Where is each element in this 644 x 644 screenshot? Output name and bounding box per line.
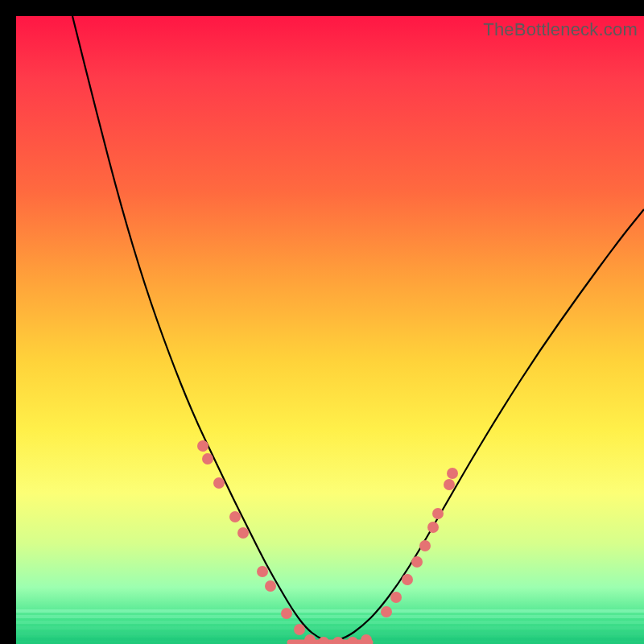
data-dot — [444, 479, 455, 490]
data-dot — [390, 592, 402, 603]
data-dot — [402, 574, 413, 585]
data-dot — [197, 440, 208, 452]
data-dot — [432, 508, 444, 519]
data-dot — [347, 637, 358, 644]
right-curve — [330, 209, 644, 642]
data-dot — [281, 608, 292, 619]
curve-layer — [16, 16, 644, 644]
data-dot — [381, 606, 392, 617]
data-dot — [265, 580, 276, 592]
dots-group — [197, 440, 458, 644]
data-dot — [361, 634, 372, 644]
data-dot — [411, 556, 423, 568]
data-dot — [419, 540, 431, 551]
data-dot — [213, 477, 225, 489]
data-dot — [237, 527, 249, 539]
data-dot — [427, 522, 439, 533]
data-dot — [447, 468, 458, 479]
data-dot — [304, 634, 316, 644]
data-dot — [229, 511, 241, 522]
data-dot — [294, 624, 305, 635]
data-dot — [202, 453, 213, 464]
plot-outer: TheBottleneck.com — [16, 16, 644, 644]
chart-frame: TheBottleneck.com — [0, 0, 644, 644]
left-curve — [72, 16, 330, 642]
data-dot — [257, 566, 268, 577]
